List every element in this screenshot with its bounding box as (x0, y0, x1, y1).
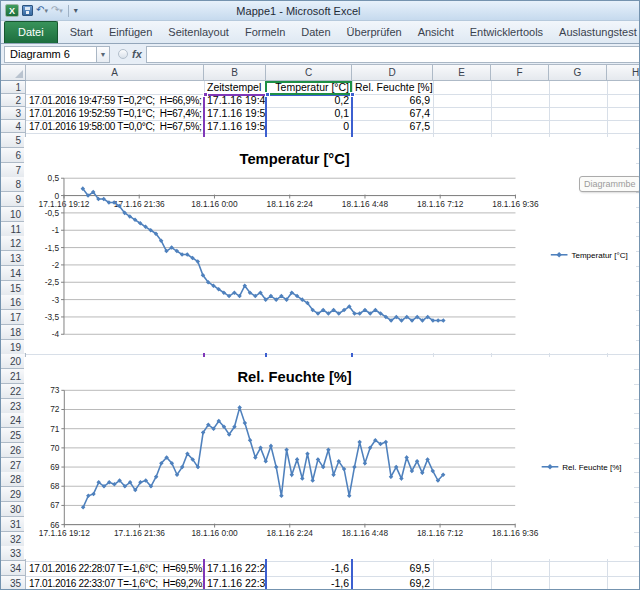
cell-b1[interactable]: Zeitstempel (204, 81, 266, 94)
row-header-5[interactable]: 5 (1, 133, 26, 148)
ribbon-tab-ansicht[interactable]: Ansicht (410, 22, 462, 43)
cell-b35[interactable]: 17.1.16 22:33 (204, 576, 266, 590)
select-all-corner[interactable] (1, 65, 26, 81)
row-header-9[interactable]: 9 (1, 192, 26, 207)
row-header-6[interactable]: 6 (1, 148, 26, 163)
row-header-27[interactable]: 27 (1, 458, 26, 473)
row-header-26[interactable]: 26 (1, 443, 26, 458)
cell-b4[interactable]: 17.1.16 19:58 (204, 120, 266, 133)
cell-d3[interactable]: 67,4 (352, 107, 433, 120)
row-header-31[interactable]: 31 (1, 517, 26, 532)
row-header-21[interactable]: 21 (1, 369, 26, 384)
chart-rel-feuchte[interactable]: 737271706968676617.1.16 19:1217.1.16 21:… (24, 357, 634, 559)
row-header-3[interactable]: 3 (1, 107, 26, 120)
row-header-14[interactable]: 14 (1, 266, 26, 281)
column-header-d[interactable]: D (352, 65, 433, 81)
cell-c4[interactable]: 0 (266, 120, 352, 133)
chart-rel-feuchte-svg[interactable]: 737271706968676617.1.16 19:1217.1.16 21:… (24, 357, 630, 555)
row-header-33[interactable]: 33 (1, 546, 26, 561)
row-header-17[interactable]: 17 (1, 310, 26, 325)
column-header-b[interactable]: B (204, 65, 266, 81)
range-fill-handle[interactable] (265, 92, 270, 97)
chart-temperatur-svg[interactable]: 0,50-0,5-1-1,5-2-2,5-3-3,5-417.1.16 19:1… (24, 137, 632, 349)
row-header-15[interactable]: 15 (1, 281, 26, 296)
row-header-12[interactable]: 12 (1, 236, 26, 251)
ribbon-tab-einfgen[interactable]: Einfügen (101, 22, 160, 43)
ribbon-tab-entwicklertools[interactable]: Entwicklertools (462, 22, 551, 43)
row-header-2[interactable]: 2 (1, 94, 26, 107)
cell-a35[interactable]: 17.01.2016 22:33:07 T=-1,6°C; H=69,2%; (26, 576, 204, 590)
excel-app-icon[interactable]: X (5, 4, 19, 17)
row-header-13[interactable]: 13 (1, 251, 26, 266)
svg-text:18.1.16 7:12: 18.1.16 7:12 (417, 199, 464, 209)
chart-temperatur[interactable]: 0,50-0,5-1-1,5-2-2,5-3-3,5-417.1.16 19:1… (24, 137, 636, 353)
name-box[interactable]: Diagramm 6 (4, 46, 96, 63)
column-header-e[interactable]: E (433, 65, 491, 81)
ribbon-tab-datei[interactable]: Datei (4, 21, 58, 43)
row-header-4[interactable]: 4 (1, 120, 26, 133)
cell-a34[interactable]: 17.01.2016 22:28:07 T=-1,6°C; H=69,5%; (26, 561, 204, 576)
name-box-dropdown-icon[interactable]: ▼ (96, 46, 110, 63)
row-header-34[interactable]: 34 (1, 561, 26, 576)
svg-text:72: 72 (50, 404, 60, 414)
cell-c35[interactable]: -1,6 (266, 576, 352, 590)
ribbon-tab-berprfen[interactable]: Überprüfen (339, 22, 410, 43)
svg-text:18.1.16 2:24: 18.1.16 2:24 (267, 199, 314, 209)
range-fill-handle[interactable] (203, 92, 208, 97)
column-header-g[interactable]: G (549, 65, 607, 81)
undo-icon[interactable]: ↶▾ (36, 4, 48, 17)
svg-text:18.1.16 9:36: 18.1.16 9:36 (492, 199, 539, 209)
cell-a2[interactable]: 17.01.2016 19:47:59 T=0,2°C; H=66,9%; (26, 94, 204, 107)
range-fill-handle[interactable] (350, 92, 355, 97)
redo-icon[interactable]: ↷▾ (51, 4, 63, 17)
cell-b3[interactable]: 17.1.16 19:52 (204, 107, 266, 120)
row-header-24[interactable]: 24 (1, 413, 26, 428)
cell-b34[interactable]: 17.1.16 22:28 (204, 561, 266, 576)
ribbon-tab-daten[interactable]: Daten (293, 22, 338, 43)
ribbon-tab-formeln[interactable]: Formeln (237, 22, 293, 43)
insert-function-icon[interactable]: fx (132, 48, 142, 60)
ribbon-tab-auslastungstest[interactable]: Auslastungstest (551, 22, 639, 43)
cell-d34[interactable]: 69,5 (352, 561, 433, 576)
svg-text:70: 70 (50, 443, 60, 453)
row-header-11[interactable]: 11 (1, 222, 26, 237)
row-header-20[interactable]: 20 (1, 354, 26, 369)
row-header-30[interactable]: 30 (1, 502, 26, 517)
row-header-7[interactable]: 7 (1, 163, 26, 178)
cell-a3[interactable]: 17.01.2016 19:52:59 T=0,1°C; H=67,4%; (26, 107, 204, 120)
row-header-1[interactable]: 1 (1, 81, 26, 94)
row-header-22[interactable]: 22 (1, 384, 26, 399)
row-header-16[interactable]: 16 (1, 295, 26, 310)
cell-a4[interactable]: 17.01.2016 19:58:00 T=0,0°C; H=67,5%; (26, 120, 204, 133)
series-name-range-box (265, 81, 352, 95)
column-header-a[interactable]: A (26, 65, 204, 81)
row-header-28[interactable]: 28 (1, 472, 26, 487)
ribbon-tab-start[interactable]: Start (62, 22, 101, 43)
svg-text:18.1.16 4:48: 18.1.16 4:48 (342, 528, 389, 538)
row-header-29[interactable]: 29 (1, 487, 26, 502)
cell-d35[interactable]: 69,2 (352, 576, 433, 590)
cell-d4[interactable]: 67,5 (352, 120, 433, 133)
row-header-32[interactable]: 32 (1, 532, 26, 547)
chart-rel-feuchte-legend: Rel. Feuchte [%] (562, 463, 621, 472)
cell-d2[interactable]: 66,9 (352, 94, 433, 107)
worksheet-area[interactable]: ABCDEFGH12345678910111213141516171819202… (1, 65, 639, 590)
row-header-23[interactable]: 23 (1, 399, 26, 414)
row-header-19[interactable]: 19 (1, 340, 26, 355)
svg-text:18.1.16 4:48: 18.1.16 4:48 (342, 199, 389, 209)
row-header-18[interactable]: 18 (1, 325, 26, 340)
cell-d1[interactable]: Rel. Feuchte [%] (352, 81, 433, 94)
column-header-h[interactable]: H (607, 65, 639, 81)
column-header-c[interactable]: C (266, 65, 352, 81)
column-header-f[interactable]: F (491, 65, 549, 81)
row-header-25[interactable]: 25 (1, 428, 26, 443)
formula-input[interactable] (146, 46, 639, 63)
cell-c3[interactable]: 0,1 (266, 107, 352, 120)
save-icon[interactable] (22, 5, 33, 16)
row-header-10[interactable]: 10 (1, 207, 26, 222)
cell-c34[interactable]: -1,6 (266, 561, 352, 576)
row-header-35[interactable]: 35 (1, 576, 26, 590)
cancel-entry-icon[interactable] (118, 49, 128, 59)
ribbon-tab-seitenlayout[interactable]: Seitenlayout (160, 22, 237, 43)
row-header-8[interactable]: 8 (1, 177, 26, 192)
